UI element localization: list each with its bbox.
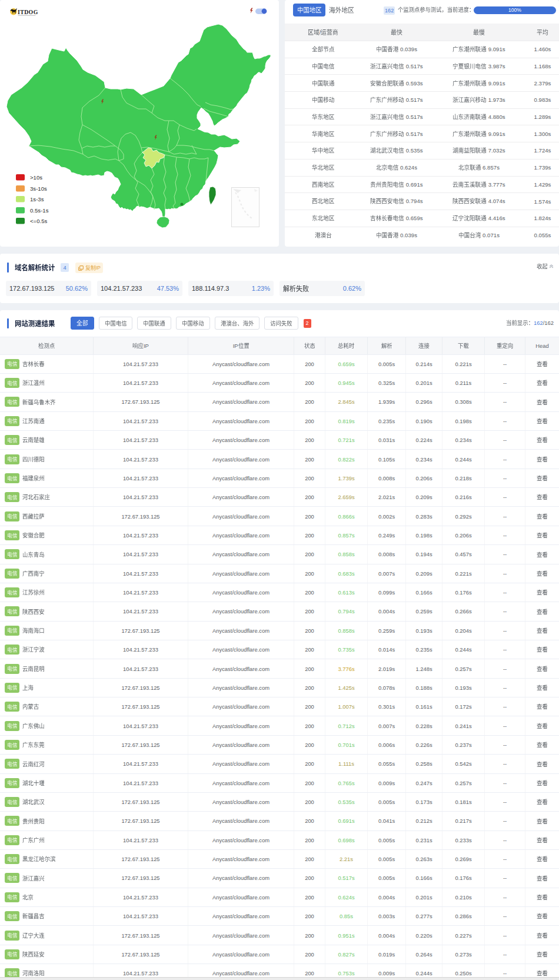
svg-text:<=0.5s: <=0.5s xyxy=(30,218,48,224)
svg-text:0.5s-1s: 0.5s-1s xyxy=(30,207,49,214)
svg-text:1s-3s: 1s-3s xyxy=(30,196,44,202)
svg-text:ITDOG: ITDOG xyxy=(18,9,38,15)
svg-text:3s-10s: 3s-10s xyxy=(30,185,47,192)
svg-text:>10s: >10s xyxy=(30,174,42,181)
